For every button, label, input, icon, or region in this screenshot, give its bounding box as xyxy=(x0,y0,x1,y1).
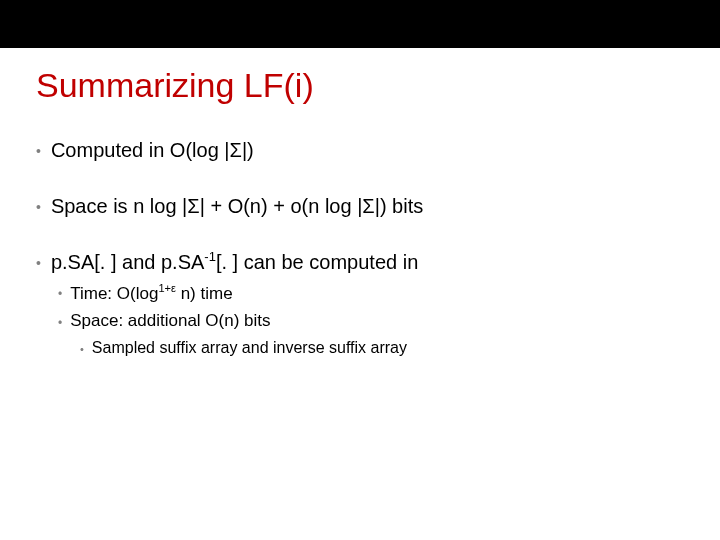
bullet-level1: • Computed in O(log |Σ|) xyxy=(36,137,684,163)
slide-title: Summarizing LF(i) xyxy=(36,66,684,105)
bullet-level1: • p.SA[. ] and p.SA-1[. ] can be compute… xyxy=(36,249,684,275)
bullet-dot-icon: • xyxy=(58,286,62,302)
bullet-dot-icon: • xyxy=(58,315,62,331)
bullet-level2: • Time: O(log1+ε n) time xyxy=(58,281,684,306)
bullet-text: Space: additional O(n) bits xyxy=(70,310,270,333)
bullet-text: Space is n log |Σ| + O(n) + o(n log |Σ|)… xyxy=(51,193,423,219)
superscript: 1+ε xyxy=(158,282,176,294)
bullet-dot-icon: • xyxy=(80,342,84,357)
bullet-dot-icon: • xyxy=(36,198,41,216)
bullet-dot-icon: • xyxy=(36,142,41,160)
bullet-level3: • Sampled suffix array and inverse suffi… xyxy=(80,337,684,359)
slide-body: Summarizing LF(i) • Computed in O(log |Σ… xyxy=(0,48,720,358)
bullet-level1: • Space is n log |Σ| + O(n) + o(n log |Σ… xyxy=(36,193,684,219)
bullet-level2: • Space: additional O(n) bits xyxy=(58,310,684,333)
bullet-text: p.SA[. ] and p.SA-1[. ] can be computed … xyxy=(51,249,418,275)
superscript: -1 xyxy=(204,249,216,264)
bullet-text: Time: O(log1+ε n) time xyxy=(70,281,232,306)
bullet-dot-icon: • xyxy=(36,254,41,272)
topbar xyxy=(0,0,720,48)
bullet-text: Computed in O(log |Σ|) xyxy=(51,137,254,163)
bullet-text: Sampled suffix array and inverse suffix … xyxy=(92,337,407,359)
